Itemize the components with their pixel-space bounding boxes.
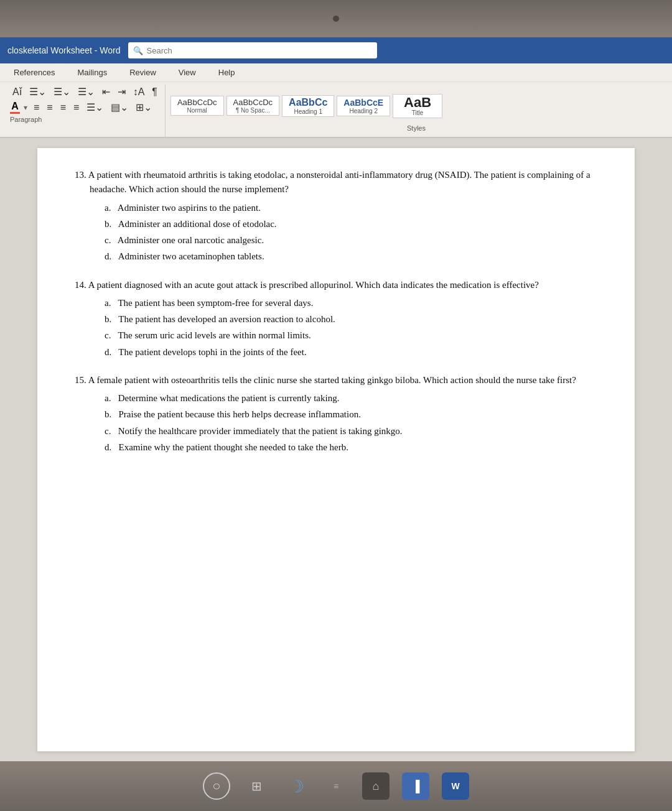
style-title[interactable]: AaB Title (393, 94, 442, 118)
list-icon3: ☰⌄ (78, 86, 95, 98)
list-icon1: ☰⌄ (29, 86, 46, 98)
line-spacing-icon: ☰⌄ (86, 101, 103, 113)
title-bar: closkeletal Worksheet - Word 🔍 (0, 37, 672, 63)
start-circle-btn[interactable]: ○ (203, 772, 230, 800)
q14-a-text: The patient has been symptom-free for se… (118, 298, 313, 308)
q15-a-text: Determine what medications the patient i… (118, 393, 340, 403)
style-nospace-preview: AaBbCcDc (233, 98, 273, 107)
q15-d-text: Examine why the patient thought she need… (119, 442, 348, 452)
q14-c-letter: c. (105, 330, 116, 340)
task-view-btn[interactable]: ⊞ (243, 772, 270, 800)
style-normal[interactable]: AaBbCcDc Normal (170, 96, 224, 116)
sleep-btn[interactable]: ☽ (282, 772, 310, 800)
justify-icon: ≡ (73, 102, 79, 113)
q14-number: 14. (75, 280, 86, 290)
q13-a-text: Administer two aspirins to the patient. (118, 203, 261, 213)
menu-view[interactable]: View (175, 65, 200, 80)
question-13-text: 13. A patient with rheumatoid arthritis … (75, 168, 597, 197)
align-right-icon: ≡ (60, 102, 66, 113)
borders-icon: ⊞⌄ (136, 101, 152, 113)
shading-btn[interactable]: ▤⌄ (108, 100, 131, 114)
question-14: 14. A patient diagnosed with an acute go… (75, 278, 597, 359)
search-box[interactable]: 🔍 (128, 42, 377, 58)
q14-d-letter: d. (105, 347, 116, 357)
q14-b-text: The patient has developed an aversion re… (118, 314, 335, 324)
q13-b-letter: b. (105, 219, 116, 229)
ribbon-row2: A ▾ ≡ ≡ ≡ ≡ ☰⌄ ▤⌄ ⊞⌄ (10, 100, 154, 114)
q14-option-c: c. The serum uric acid levels are within… (105, 328, 597, 343)
list-btn3[interactable]: ☰⌄ (75, 85, 97, 99)
q14-body: A patient diagnosed with an acute gout a… (88, 280, 539, 290)
q14-option-b: b. The patient has developed an aversion… (105, 312, 597, 327)
justify-btn[interactable]: ≡ (71, 101, 82, 114)
indent-right-icon: ⇥ (118, 86, 126, 98)
home-btn[interactable]: ⌂ (362, 772, 390, 800)
q13-number: 13. (75, 170, 86, 180)
q14-options: a. The patient has been symptom-free for… (75, 296, 597, 359)
list-btn2[interactable]: ☰⌄ (51, 85, 73, 99)
question-14-text: 14. A patient diagnosed with an acute go… (75, 278, 597, 292)
style-heading2[interactable]: AaBbCcE Heading 2 (337, 96, 390, 116)
menu-references[interactable]: References (10, 65, 58, 80)
style-normal-label: Normal (177, 107, 217, 114)
q13-b-text: Administer an additional dose of etodola… (118, 219, 277, 229)
style-heading1[interactable]: AaBbCc Heading 1 (282, 95, 334, 117)
word-app-btn[interactable]: W (442, 772, 469, 800)
q15-number: 15. (75, 375, 86, 385)
q13-option-a: a. Administer two aspirins to the patien… (105, 201, 597, 215)
shading-icon: ▤⌄ (111, 101, 128, 113)
pilcrow-btn[interactable]: ¶ (149, 85, 160, 99)
menu-review[interactable]: Review (126, 65, 160, 80)
align-left-icon: ≡ (34, 102, 39, 113)
sort-btn[interactable]: ↕A (131, 85, 147, 99)
menu-help[interactable]: Help (215, 65, 239, 80)
ribbon-font-section: Aǐ ☰⌄ ☰⌄ ☰⌄ ⇤ ⇥ ↕A (5, 85, 166, 137)
app-window: closkeletal Worksheet - Word 🔍 Reference… (0, 37, 672, 761)
proofing-icon: Aǐ (12, 86, 22, 98)
dropdown-arrow1[interactable]: ▾ (24, 103, 27, 112)
q13-options: a. Administer two aspirins to the patien… (75, 201, 597, 264)
list-icon2: ☰⌄ (54, 86, 70, 98)
ribbon: Aǐ ☰⌄ ☰⌄ ☰⌄ ⇤ ⇥ ↕A (0, 82, 672, 138)
q15-option-b: b. Praise the patient because this herb … (105, 407, 597, 422)
style-heading2-label: Heading 2 (343, 108, 383, 114)
q15-b-letter: b. (105, 409, 116, 419)
q14-b-letter: b. (105, 314, 116, 324)
styles-row: AaBbCcDc Normal AaBbCcDc ¶ No Spac... Aa… (170, 87, 662, 124)
indent-right-btn[interactable]: ⇥ (115, 85, 128, 99)
q15-c-letter: c. (105, 426, 116, 436)
styles-label: Styles (170, 124, 662, 134)
align-right-btn[interactable]: ≡ (58, 101, 68, 114)
menu-mailings[interactable]: Mailings (73, 65, 111, 80)
style-nospace[interactable]: AaBbCcDc ¶ No Spac... (226, 96, 280, 116)
q15-body: A female patient with osteoarthritis tel… (88, 375, 576, 385)
q14-d-text: The patient develops tophi in the joints… (118, 347, 306, 357)
q15-a-letter: a. (105, 393, 116, 403)
search-input[interactable] (147, 46, 372, 55)
blue-box-btn[interactable]: ▐ (402, 772, 429, 800)
q13-option-c: c. Administer one oral narcotic analgesi… (105, 233, 597, 248)
align-center-btn[interactable]: ≡ (44, 101, 55, 114)
indent-left-btn[interactable]: ⇤ (100, 85, 113, 99)
style-heading2-preview: AaBbCcE (343, 98, 383, 108)
align-center-icon: ≡ (47, 102, 52, 113)
question-13: 13. A patient with rheumatoid arthritis … (75, 168, 597, 264)
font-color-btn[interactable]: A (10, 101, 20, 114)
list-btn1[interactable]: ☰⌄ (27, 85, 49, 99)
document-content[interactable]: 13. A patient with rheumatoid arthritis … (37, 148, 635, 751)
laptop-bezel (0, 0, 672, 37)
proofing-btn[interactable]: Aǐ (10, 85, 24, 99)
small-icon-btn[interactable]: ≡ (322, 772, 350, 800)
q15-b-text: Praise the patient because this herb hel… (119, 409, 361, 419)
borders-btn[interactable]: ⊞⌄ (133, 100, 154, 114)
taskbar: ○ ⊞ ☽ ≡ ⌂ ▐ W (0, 761, 672, 811)
line-spacing-btn[interactable]: ☰⌄ (84, 100, 106, 114)
search-icon: 🔍 (133, 46, 143, 55)
q13-c-text: Administer one oral narcotic analgesic. (118, 235, 264, 245)
align-left-btn[interactable]: ≡ (31, 101, 42, 114)
menu-bar: References Mailings Review View Help (0, 63, 672, 82)
q13-option-b: b. Administer an additional dose of etod… (105, 217, 597, 231)
app-title: closkeletal Worksheet - Word (7, 45, 121, 55)
question-15-text: 15. A female patient with osteoarthritis… (75, 373, 597, 387)
question-15: 15. A female patient with osteoarthritis… (75, 373, 597, 455)
